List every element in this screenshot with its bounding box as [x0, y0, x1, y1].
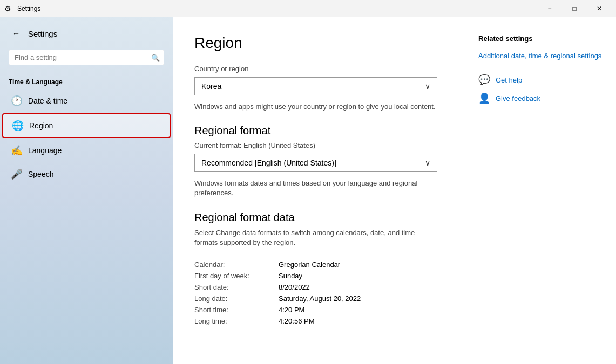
related-title: Related settings	[478, 35, 603, 43]
sidebar-item-language-label: Language	[28, 146, 62, 155]
main-content: Region Country or region Korea ∨ Windows…	[173, 17, 465, 364]
search-input[interactable]	[9, 50, 164, 65]
get-help-item[interactable]: 💬 Get help	[478, 74, 603, 86]
data-value: 8/20/2022	[279, 283, 310, 291]
data-value: 4:20:56 PM	[279, 317, 315, 325]
titlebar: ⚙ Settings − □ ✕	[0, 0, 616, 17]
data-key: Long time:	[194, 317, 270, 325]
data-key: Short date:	[194, 283, 270, 291]
data-value: Gregorian Calendar	[279, 260, 340, 269]
sidebar-app-title: Settings	[28, 29, 57, 38]
app-body: ← Settings 🔍 Time & Language 🕐 Date & ti…	[0, 17, 616, 364]
give-feedback-link[interactable]: Give feedback	[496, 94, 540, 102]
close-button[interactable]: ✕	[587, 0, 612, 17]
maximize-button[interactable]: □	[562, 0, 587, 17]
language-icon: ✍	[11, 145, 22, 156]
minimize-button[interactable]: −	[537, 0, 562, 17]
sidebar-item-speech[interactable]: 🎤 Speech	[2, 163, 171, 186]
table-row: First day of week: Sunday	[194, 272, 443, 280]
sidebar-item-region[interactable]: 🌐 Region	[2, 113, 171, 138]
regional-format-data-description: Select Change data formats to switch amo…	[194, 228, 437, 248]
country-selected-value: Korea	[201, 82, 221, 91]
get-help-link[interactable]: Get help	[496, 76, 522, 84]
data-value: Saturday, August 20, 2022	[279, 294, 361, 303]
sidebar-search: 🔍	[9, 50, 164, 65]
data-table: Calendar: Gregorian Calendar First day o…	[194, 260, 443, 325]
window-controls: − □ ✕	[537, 0, 612, 17]
sidebar-item-date-time[interactable]: 🕐 Date & time	[2, 90, 171, 112]
regional-format-dropdown-arrow: ∨	[425, 159, 430, 167]
page-title: Region	[194, 35, 443, 52]
sidebar-header: ← Settings	[0, 17, 173, 45]
data-value: Sunday	[279, 272, 302, 280]
table-row: Calendar: Gregorian Calendar	[194, 260, 443, 269]
regional-format-description: Windows formats dates and times based on…	[194, 178, 437, 198]
country-dropdown-arrow: ∨	[425, 82, 430, 91]
data-key: Calendar:	[194, 260, 270, 269]
country-description: Windows and apps might use your country …	[194, 102, 437, 112]
back-button[interactable]: ←	[9, 26, 24, 41]
get-help-icon: 💬	[478, 74, 490, 86]
sidebar-item-date-time-label: Date & time	[28, 97, 67, 105]
data-key: Short time:	[194, 306, 270, 314]
regional-format-title: Regional format	[194, 125, 443, 137]
table-row: Long time: 4:20:56 PM	[194, 317, 443, 325]
table-row: Long date: Saturday, August 20, 2022	[194, 294, 443, 303]
sidebar: ← Settings 🔍 Time & Language 🕐 Date & ti…	[0, 17, 173, 364]
table-row: Short time: 4:20 PM	[194, 306, 443, 314]
sidebar-section-label: Time & Language	[0, 70, 173, 89]
sidebar-item-speech-label: Speech	[28, 170, 53, 178]
sidebar-item-region-label: Region	[29, 121, 53, 130]
country-dropdown[interactable]: Korea ∨	[194, 77, 437, 95]
search-icon: 🔍	[151, 53, 160, 61]
related-panel: Related settings Additional date, time &…	[465, 17, 616, 364]
data-key: Long date:	[194, 294, 270, 303]
window-title: Settings	[17, 5, 537, 12]
back-icon: ←	[12, 29, 20, 38]
app-icon: ⚙	[4, 4, 13, 13]
regional-format-selected-value: Recommended [English (United States)]	[201, 159, 336, 167]
country-section-label: Country or region	[194, 65, 443, 73]
data-key: First day of week:	[194, 272, 270, 280]
speech-icon: 🎤	[11, 168, 22, 180]
region-icon: 🌐	[12, 120, 23, 132]
regional-format-dropdown[interactable]: Recommended [English (United States)] ∨	[194, 154, 437, 172]
give-feedback-item[interactable]: 👤 Give feedback	[478, 92, 603, 104]
data-value: 4:20 PM	[279, 306, 304, 314]
current-format-label: Current format: English (United States)	[194, 141, 443, 149]
related-link-date-time[interactable]: Additional date, time & regional setting…	[478, 51, 603, 61]
table-row: Short date: 8/20/2022	[194, 283, 443, 291]
date-time-icon: 🕐	[11, 95, 22, 107]
give-feedback-icon: 👤	[478, 92, 490, 104]
sidebar-item-language[interactable]: ✍ Language	[2, 139, 171, 162]
regional-format-data-title: Regional format data	[194, 211, 443, 224]
